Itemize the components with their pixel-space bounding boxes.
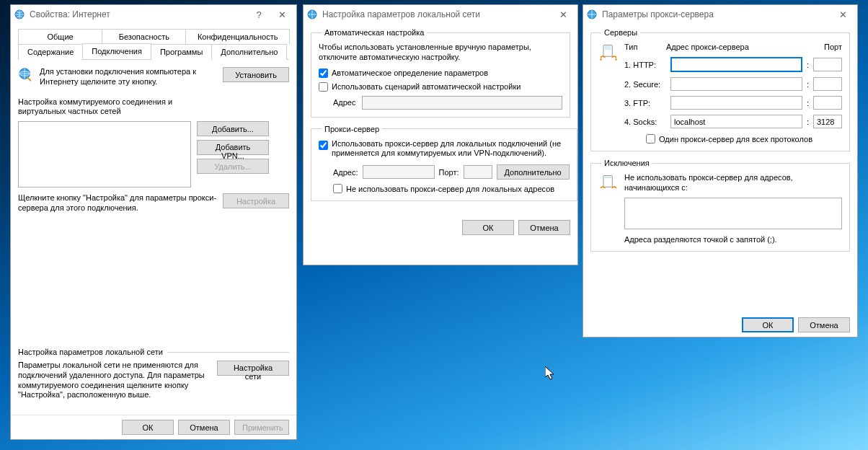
tab-connections[interactable]: Подключения xyxy=(82,43,151,59)
server-port-input[interactable] xyxy=(813,77,842,91)
port-header: Порт xyxy=(806,43,842,51)
auto-config-group: Автоматическая настройка Чтобы использов… xyxy=(311,28,570,118)
internet-options-icon xyxy=(586,9,598,20)
svg-marker-13 xyxy=(545,366,554,379)
titlebar: Параметры прокси-сервера ✕ xyxy=(583,5,857,24)
tab-advanced[interactable]: Дополнительно xyxy=(211,44,287,60)
tab-content[interactable]: Содержание xyxy=(18,44,83,60)
servers-group: Серверы Тип Адрес прокси-сервера Порт 1.… xyxy=(590,28,850,151)
server-type-label: 1. HTTP: xyxy=(624,61,666,69)
svg-rect-8 xyxy=(605,48,611,50)
proxy-address-input[interactable] xyxy=(363,165,435,179)
tab-programs[interactable]: Программы xyxy=(151,44,212,60)
ok-button[interactable]: ОК xyxy=(462,220,514,235)
internet-properties-window: Свойства: Интернет ? ✕ Общие Безопасност… xyxy=(10,4,297,440)
bypass-local-checkbox-row[interactable]: Не использовать прокси-сервер для локаль… xyxy=(319,184,570,193)
globe-wand-icon xyxy=(18,67,34,84)
auto-config-hint: Чтобы использовать установленные вручную… xyxy=(319,43,562,63)
auto-config-legend: Автоматическая настройка xyxy=(322,28,427,37)
colon-separator: : xyxy=(807,61,809,69)
window-title: Параметры прокси-сервера xyxy=(602,9,714,19)
server-address-input[interactable] xyxy=(670,115,802,128)
lan-settings-window: Настройка параметров локальной сети ✕ Ав… xyxy=(303,4,578,265)
svg-rect-7 xyxy=(605,46,611,48)
server-address-input[interactable] xyxy=(670,57,802,72)
proxy-settings-window: Параметры прокси-сервера ✕ Серверы Тип А… xyxy=(583,4,858,338)
titlebar: Свойства: Интернет ? ✕ xyxy=(11,5,296,24)
connections-listbox[interactable] xyxy=(18,121,191,188)
svg-marker-9 xyxy=(600,58,603,61)
proxy-group: Прокси-сервер Использовать прокси-сервер… xyxy=(311,125,577,202)
window-title: Настройка параметров локальной сети xyxy=(322,9,480,19)
auto-detect-checkbox-row[interactable]: Автоматическое определение параметров xyxy=(319,69,562,78)
remove-button[interactable]: Удалить... xyxy=(197,159,269,174)
cancel-button[interactable]: Отмена xyxy=(798,317,850,332)
type-header: Тип xyxy=(624,43,666,51)
close-button[interactable]: ✕ xyxy=(552,7,575,22)
cancel-button[interactable]: Отмена xyxy=(518,220,570,235)
tabs: Общие Безопасность Конфиденциальность Со… xyxy=(18,28,289,60)
lan-group-label: Настройка параметров локальной сети xyxy=(18,348,289,356)
ok-button[interactable]: ОК xyxy=(122,420,174,435)
exceptions-textarea[interactable] xyxy=(624,198,842,229)
script-address-label: Адрес xyxy=(333,98,356,107)
same-proxy-checkbox-row[interactable]: Один прокси-сервер для всех протоколов xyxy=(646,134,842,144)
servers-icon xyxy=(598,43,619,64)
server-address-input[interactable] xyxy=(670,77,802,91)
server-port-input[interactable] xyxy=(813,115,842,128)
colon-separator: : xyxy=(807,118,809,126)
close-button[interactable]: ✕ xyxy=(270,7,293,22)
auto-script-checkbox-row[interactable]: Использовать сценарий автоматической нас… xyxy=(319,82,562,92)
lan-settings-button[interactable]: Настройка сети xyxy=(217,361,289,376)
setup-button[interactable]: Установить xyxy=(223,67,289,82)
auto-detect-checkbox[interactable] xyxy=(319,69,328,78)
use-proxy-checkbox[interactable] xyxy=(319,141,328,150)
server-port-input[interactable] xyxy=(813,58,842,71)
exceptions-icon xyxy=(598,173,619,195)
window-title: Свойства: Интернет xyxy=(30,9,110,19)
dialup-label: Настройка коммутируемого соединения и ви… xyxy=(18,97,205,118)
setup-text: Для установки подключения компьютера к И… xyxy=(40,67,217,87)
same-proxy-checkbox[interactable] xyxy=(646,134,655,144)
script-address-input[interactable] xyxy=(362,96,563,110)
bypass-local-checkbox[interactable] xyxy=(333,184,342,193)
colon-separator: : xyxy=(807,99,809,107)
close-button[interactable]: ✕ xyxy=(831,7,854,22)
server-type-label: 4. Socks: xyxy=(624,118,666,126)
proxy-port-input[interactable] xyxy=(464,165,492,179)
exceptions-hint: Не использовать прокси-сервер для адресо… xyxy=(624,173,842,193)
internet-options-icon xyxy=(306,9,318,20)
tab-privacy[interactable]: Конфиденциальность xyxy=(185,29,290,44)
cancel-button[interactable]: Отмена xyxy=(178,420,230,435)
add-vpn-button[interactable]: Добавить VPN... xyxy=(197,140,269,155)
server-row: 3. FTP:: xyxy=(624,96,842,110)
add-button[interactable]: Добавить... xyxy=(197,121,269,136)
server-port-input[interactable] xyxy=(813,96,842,110)
proxy-port-label: Порт: xyxy=(439,168,459,177)
proxy-address-label: Адрес: xyxy=(333,168,358,177)
proxy-legend: Прокси-сервер xyxy=(322,125,382,133)
apply-button[interactable]: Применить xyxy=(234,420,289,435)
auto-script-checkbox[interactable] xyxy=(319,82,328,92)
dialup-hint: Щелкните кнопку "Настройка" для параметр… xyxy=(18,193,217,213)
use-proxy-checkbox-row[interactable]: Использовать прокси-сервер для локальных… xyxy=(319,139,570,159)
server-row: 4. Socks:: xyxy=(624,115,842,128)
settings-button[interactable]: Настройка xyxy=(223,193,289,208)
lan-hint: Параметры локальной сети не применяются … xyxy=(18,361,211,400)
mouse-cursor-icon xyxy=(545,366,557,382)
ok-button[interactable]: ОК xyxy=(742,317,794,332)
exceptions-legend: Исключения xyxy=(601,159,652,167)
tab-security[interactable]: Безопасность xyxy=(102,29,186,44)
server-address-input[interactable] xyxy=(670,96,802,110)
advanced-button[interactable]: Дополнительно xyxy=(497,164,570,180)
svg-rect-12 xyxy=(605,177,611,178)
exceptions-note: Адреса разделяются точкой с запятой (;). xyxy=(624,235,842,244)
addr-header: Адрес прокси-сервера xyxy=(666,43,806,51)
svg-marker-10 xyxy=(615,58,618,61)
tab-general[interactable]: Общие xyxy=(18,29,102,44)
server-row: 2. Secure:: xyxy=(624,77,842,91)
servers-legend: Серверы xyxy=(601,28,640,37)
help-button[interactable]: ? xyxy=(247,7,270,22)
colon-separator: : xyxy=(807,80,809,89)
server-type-label: 3. FTP: xyxy=(624,99,666,107)
